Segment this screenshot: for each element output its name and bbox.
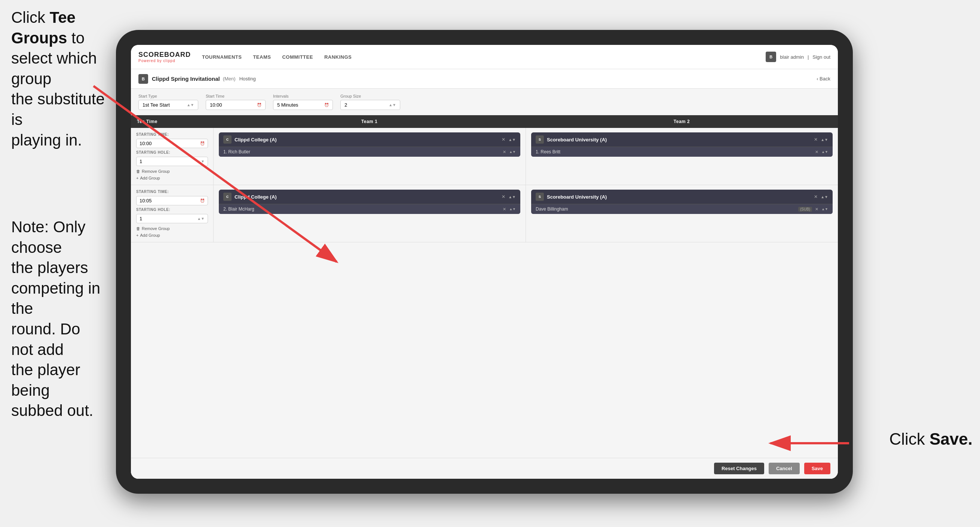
save-button[interactable]: Save [804, 463, 830, 474]
nav-logo-title: SCOREBOARD [138, 51, 191, 59]
player-sub-badge: (SUB) [798, 207, 812, 212]
tee-group-row: STARTING TIME: 10:00 ⏰ STARTING HOLE: 1 … [131, 128, 838, 185]
player-row-2-2: Dave Billingham (SUB) ✕ ▲▼ [531, 204, 833, 214]
team2-card-header-1: S Scoreboard University (A) ✕ ▲▼ [531, 132, 833, 146]
team1-cell-1: C Clippd College (A) ✕ ▲▼ 1. Rich Butler… [213, 128, 525, 185]
team2-name-1: Scoreboard University (A) [547, 137, 811, 143]
team1-card-2: C Clippd College (A) ✕ ▲▼ 2. Blair McHar… [219, 189, 520, 214]
table-body: STARTING TIME: 10:00 ⏰ STARTING HOLE: 1 … [131, 128, 838, 458]
nav-separator: | [808, 54, 809, 60]
footer: Reset Changes Cancel Save [131, 458, 838, 479]
intervals-arrow-icon: ⏰ [324, 103, 329, 107]
remove-group-button-2[interactable]: 🗑 Remove Group [136, 226, 208, 231]
start-type-group: Start Type 1st Tee Start ▲▼ [138, 94, 198, 110]
col-team2: Team 2 [525, 115, 838, 128]
team1-badge-2: C [223, 193, 232, 201]
add-group-button-2[interactable]: + Add Group [136, 233, 208, 237]
team2-actions-1: ✕ ▲▼ [814, 137, 828, 142]
player-remove-icon-1-2[interactable]: ✕ [503, 207, 506, 212]
team2-remove-icon-1[interactable]: ✕ [814, 137, 818, 142]
player-remove-icon-2-1[interactable]: ✕ [815, 150, 818, 154]
sub-header-tournament-title: Clippd Spring Invitational [152, 76, 220, 82]
nav-logo-sub: Powered by clippd [138, 59, 191, 63]
starting-time-input-1[interactable]: 10:00 ⏰ [136, 139, 208, 148]
team2-actions-2: ✕ ▲▼ [814, 194, 828, 199]
starting-time-label-2: STARTING TIME: [136, 189, 208, 194]
team2-badge-1: S [536, 135, 544, 143]
intervals-input[interactable]: 5 Minutes ⏰ [273, 100, 333, 110]
starting-hole-input-1[interactable]: 1 ▲▼ [136, 157, 208, 166]
add-group-button-1[interactable]: + Add Group [136, 176, 208, 180]
team1-actions-1: ✕ ▲▼ [501, 137, 516, 142]
team2-cell-1: S Scoreboard University (A) ✕ ▲▼ 1. Rees… [525, 128, 838, 185]
hole-input-arrow-2: ▲▼ [197, 217, 205, 221]
sub-header: B Clippd Spring Invitational (Men) Hosti… [131, 69, 838, 89]
nav-item-tournaments[interactable]: TOURNAMENTS [202, 53, 242, 62]
nav-item-committee[interactable]: COMMITTEE [282, 53, 313, 62]
table-header: Tee Time Team 1 Team 2 [131, 115, 838, 128]
player-chevron-icon-2-2: ▲▼ [821, 207, 828, 211]
team1-remove-icon-2[interactable]: ✕ [501, 194, 505, 199]
remove-group-button-1[interactable]: 🗑 Remove Group [136, 169, 208, 174]
content-area: Start Type 1st Tee Start ▲▼ Start Time 1… [131, 89, 838, 479]
tablet-frame: SCOREBOARD Powered by clippd TOURNAMENTS… [116, 30, 853, 494]
player-chevron-icon-2-1: ▲▼ [821, 150, 828, 154]
team2-chevron-icon-2[interactable]: ▲▼ [821, 195, 828, 199]
team1-name-2: Clippd College (A) [234, 194, 499, 200]
team2-chevron-icon-1[interactable]: ▲▼ [821, 138, 828, 142]
col-team1: Team 1 [213, 115, 525, 128]
start-time-input[interactable]: 10:00 ⏰ [206, 100, 266, 110]
team1-name-1: Clippd College (A) [234, 137, 499, 143]
team1-chevron-icon-1[interactable]: ▲▼ [508, 138, 516, 142]
nav-item-rankings[interactable]: RANKINGS [324, 53, 352, 62]
time-input-arrow-2: ⏰ [200, 199, 205, 203]
team1-actions-2: ✕ ▲▼ [501, 194, 516, 199]
tee-time-cell-2: STARTING TIME: 10:05 ⏰ STARTING HOLE: 1 … [131, 185, 213, 242]
note-text: Note: Only choosethe playerscompeting in… [0, 217, 116, 421]
starting-hole-label-1: STARTING HOLE: [136, 150, 208, 154]
team1-card-header-1: C Clippd College (A) ✕ ▲▼ [219, 132, 520, 146]
sub-header-hosting-label: Hosting [239, 76, 256, 81]
time-input-arrow-1: ⏰ [200, 142, 205, 145]
team1-badge-1: C [223, 135, 232, 143]
group-size-input[interactable]: 2 ▲▼ [340, 100, 400, 110]
start-time-label: Start Time [206, 94, 266, 99]
starting-time-input-2[interactable]: 10:05 ⏰ [136, 196, 208, 205]
team2-cell-2: S Scoreboard University (A) ✕ ▲▼ Dave Bi… [525, 185, 838, 242]
starting-time-label-1: STARTING TIME: [136, 132, 208, 137]
nav-avatar: B [766, 52, 776, 62]
team2-remove-icon-2[interactable]: ✕ [814, 194, 818, 199]
sub-header-back-button[interactable]: ‹ Back [816, 76, 830, 81]
nav-item-teams[interactable]: TEAMS [253, 53, 271, 62]
start-type-label: Start Type [138, 94, 198, 99]
nav-logo: SCOREBOARD Powered by clippd [138, 51, 191, 63]
player-chevron-icon-1-1: ▲▼ [509, 150, 516, 154]
team1-remove-icon-1[interactable]: ✕ [501, 137, 505, 142]
team1-chevron-icon-2[interactable]: ▲▼ [508, 195, 516, 199]
trash-icon-1: 🗑 [136, 169, 140, 174]
group-size-arrow-icon: ▲▼ [389, 103, 396, 107]
instructions-text: Click Tee Groups toselect which groupthe… [0, 0, 116, 158]
plus-icon-1: + [136, 176, 138, 180]
start-time-arrow-icon: ⏰ [257, 103, 261, 107]
team2-name-2: Scoreboard University (A) [547, 194, 811, 200]
start-type-input[interactable]: 1st Tee Start ▲▼ [138, 100, 198, 110]
click-save-label: Click Save. [889, 430, 972, 449]
team1-card-1: C Clippd College (A) ✕ ▲▼ 1. Rich Butler… [219, 132, 520, 157]
tee-group-row-2: STARTING TIME: 10:05 ⏰ STARTING HOLE: 1 … [131, 185, 838, 242]
team1-cell-2: C Clippd College (A) ✕ ▲▼ 2. Blair McHar… [213, 185, 525, 242]
group-size-group: Group Size 2 ▲▼ [340, 94, 400, 110]
nav-signout[interactable]: Sign out [813, 54, 830, 60]
team2-badge-2: S [536, 193, 544, 201]
sub-header-men-label: (Men) [223, 76, 235, 81]
player-remove-icon-2-2[interactable]: ✕ [815, 207, 818, 212]
starting-hole-input-2[interactable]: 1 ▲▼ [136, 214, 208, 223]
team2-card-header-2: S Scoreboard University (A) ✕ ▲▼ [531, 189, 833, 204]
reset-changes-button[interactable]: Reset Changes [714, 463, 764, 474]
player-row-2-1: 1. Rees Britt ✕ ▲▼ [531, 146, 833, 157]
player-row-1-1: 1. Rich Butler ✕ ▲▼ [219, 146, 520, 157]
player-remove-icon-1-1[interactable]: ✕ [503, 150, 506, 154]
player-name-2-2: Dave Billingham [536, 207, 795, 212]
nav-user-label: blair admin [780, 54, 804, 60]
cancel-button[interactable]: Cancel [768, 463, 800, 474]
